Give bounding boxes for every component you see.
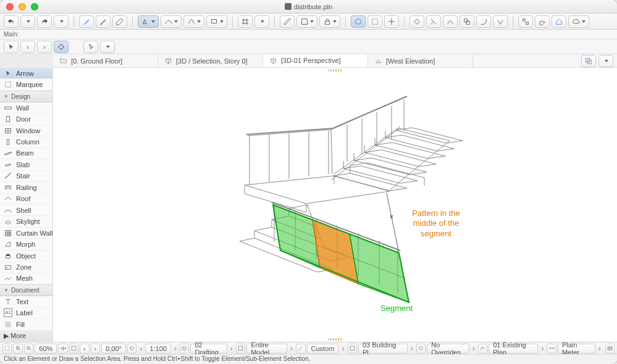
view-tab-3d-perspective[interactable]: [3D-01 Perspective] bbox=[263, 54, 368, 67]
next-zoom-button[interactable]: › bbox=[91, 344, 100, 354]
edit-button[interactable] bbox=[535, 15, 550, 28]
pan-button[interactable] bbox=[58, 344, 67, 354]
svg-rect-1 bbox=[302, 19, 308, 24]
redo-history-button[interactable] bbox=[54, 15, 69, 28]
view-tab-3d-selection[interactable]: [3D / Selection, Story 0] bbox=[158, 54, 263, 67]
reno-icon[interactable] bbox=[478, 344, 487, 354]
resize-button[interactable] bbox=[493, 15, 508, 28]
layer-combo-field[interactable]: 02 Drafting bbox=[190, 344, 227, 354]
filter-icon[interactable] bbox=[236, 344, 245, 354]
mvo-icon[interactable] bbox=[348, 344, 357, 354]
line-geometry-dropdown[interactable] bbox=[161, 15, 182, 28]
overrides-field[interactable]: No Overrides bbox=[427, 344, 469, 354]
prev-zoom-button[interactable]: ‹ bbox=[80, 344, 89, 354]
rotate-button[interactable] bbox=[127, 344, 136, 354]
svg-rect-16 bbox=[6, 265, 11, 269]
cursor-mode-options-button[interactable] bbox=[100, 41, 115, 53]
window-controls bbox=[6, 3, 38, 10]
fit-button[interactable] bbox=[69, 344, 78, 354]
tool-window[interactable]: Window bbox=[0, 125, 52, 136]
cloud-dropdown[interactable] bbox=[568, 15, 589, 28]
redo-button[interactable] bbox=[37, 15, 52, 28]
home-button[interactable] bbox=[552, 15, 566, 28]
polygon-geometry-dropdown[interactable] bbox=[206, 15, 227, 28]
intersect-button[interactable] bbox=[460, 15, 474, 28]
zoom-window-button[interactable] bbox=[31, 3, 38, 10]
reno-filter-field[interactable]: 01 Existing Plan bbox=[489, 344, 538, 354]
tool-zone[interactable]: Zone bbox=[0, 262, 52, 273]
tool-object[interactable]: Object bbox=[0, 250, 52, 262]
highlight-button[interactable] bbox=[112, 15, 127, 28]
adjust-button[interactable] bbox=[443, 15, 458, 28]
model-filter-field[interactable]: Entire Model bbox=[246, 344, 287, 354]
orientation-field[interactable]: 0,00° bbox=[101, 344, 126, 354]
dimension-field[interactable]: Plain Meter bbox=[558, 344, 595, 354]
cube-marquee-button[interactable] bbox=[351, 15, 366, 28]
split-button[interactable] bbox=[426, 15, 441, 28]
inject-parameters-button[interactable] bbox=[96, 15, 111, 28]
layers-icon[interactable] bbox=[180, 344, 189, 354]
view-options-field[interactable]: 03 Building Pl… bbox=[358, 344, 408, 354]
spline-geometry-dropdown[interactable] bbox=[183, 15, 204, 28]
tool-beam[interactable]: Beam bbox=[0, 148, 52, 159]
dimension-icon[interactable] bbox=[547, 344, 556, 354]
toolbox-category-design[interactable]: Design bbox=[0, 91, 52, 102]
tool-roof[interactable]: Roof bbox=[0, 194, 52, 205]
toolbox-more-button[interactable]: ▶More bbox=[0, 331, 52, 342]
tool-stair[interactable]: Stair bbox=[0, 171, 52, 182]
minimize-window-button[interactable] bbox=[19, 3, 26, 10]
toolbox-category-document[interactable]: Document bbox=[0, 284, 52, 296]
undo-history-button[interactable] bbox=[20, 15, 35, 28]
view-tab-west-elevation[interactable]: [West Elevation] bbox=[368, 54, 473, 67]
close-window-button[interactable] bbox=[6, 3, 14, 10]
view-tab-ground-floor[interactable]: [0. Ground Floor] bbox=[53, 54, 158, 67]
group-button[interactable] bbox=[518, 15, 533, 28]
tool-mesh[interactable]: Mesh bbox=[0, 273, 52, 284]
quick-options-button[interactable] bbox=[605, 344, 615, 354]
scale-field[interactable]: 1:100 bbox=[145, 344, 171, 354]
tool-door[interactable]: Door bbox=[0, 114, 52, 125]
pick-up-parameters-button[interactable] bbox=[79, 15, 94, 28]
grid-options-button[interactable] bbox=[254, 15, 269, 28]
frame-button[interactable] bbox=[367, 15, 382, 28]
window-title: distribute.pln bbox=[0, 3, 617, 10]
tool-morph[interactable]: Morph bbox=[0, 239, 52, 250]
tool-column[interactable]: Column bbox=[0, 136, 52, 147]
zoom-in-button[interactable] bbox=[13, 344, 22, 354]
fillet-button[interactable] bbox=[476, 15, 491, 28]
ruler-button[interactable] bbox=[280, 15, 295, 28]
lock-dropdown[interactable] bbox=[319, 15, 340, 28]
tool-wall[interactable]: Wall bbox=[0, 102, 52, 114]
tool-arrow[interactable]: Arrow bbox=[0, 68, 52, 79]
cursor-mode-button[interactable] bbox=[83, 41, 98, 53]
pen-icon[interactable] bbox=[296, 344, 305, 354]
zoom-marquee-button[interactable] bbox=[2, 344, 12, 354]
zoom-level-field[interactable]: 60% bbox=[35, 344, 57, 354]
tool-slab[interactable]: Slab bbox=[0, 159, 52, 170]
tool-skylight[interactable]: Skylight bbox=[0, 216, 52, 227]
tool-fill[interactable]: Fill bbox=[0, 319, 52, 330]
override-icon[interactable] bbox=[416, 344, 426, 354]
tool-text[interactable]: Text bbox=[0, 296, 52, 307]
nav-prev-button[interactable]: ‹ bbox=[20, 41, 35, 53]
crosshair-button[interactable] bbox=[384, 15, 399, 28]
quick-select-button[interactable] bbox=[54, 41, 69, 53]
tool-marquee[interactable]: Marquee bbox=[0, 79, 52, 90]
folder-icon bbox=[59, 57, 67, 65]
trim-button[interactable] bbox=[409, 15, 424, 28]
tool-curtain-wall[interactable]: Curtain Wall bbox=[0, 228, 52, 239]
wall-geometry-dropdown[interactable] bbox=[138, 15, 159, 28]
zoom-out-button[interactable] bbox=[24, 344, 33, 354]
3d-viewport[interactable]: × Pattern in the middle of the segment S… bbox=[53, 68, 617, 342]
nav-next-button[interactable]: › bbox=[37, 41, 52, 53]
undo-button[interactable] bbox=[4, 15, 19, 28]
tool-label[interactable]: A1Label bbox=[0, 308, 52, 319]
tool-shell[interactable]: Shell bbox=[0, 205, 52, 216]
tool-railing[interactable]: Railing bbox=[0, 182, 52, 193]
pen-set-field[interactable]: Custom bbox=[307, 344, 339, 354]
arrow-mode-button[interactable] bbox=[4, 41, 19, 53]
layer-dropdown[interactable] bbox=[296, 15, 317, 28]
trace-button[interactable] bbox=[581, 55, 596, 67]
grid-button[interactable] bbox=[238, 15, 253, 28]
trace-options-button[interactable] bbox=[598, 55, 613, 67]
